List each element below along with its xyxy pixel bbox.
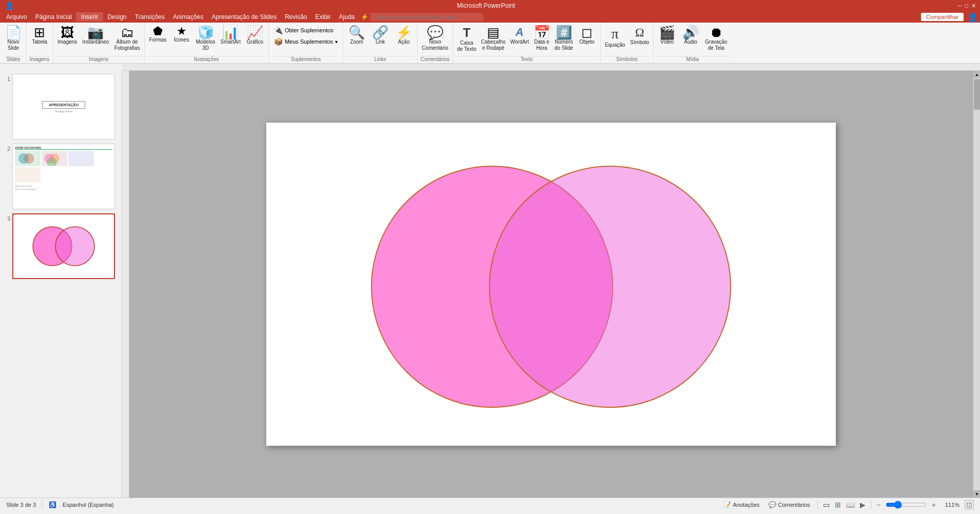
suplementos-group-label: Suplementos [273, 56, 339, 63]
links-group-label: Links [345, 56, 415, 63]
view-reading-button[interactable]: 📖 [846, 501, 855, 509]
svg-point-1 [24, 153, 34, 164]
anotacoes-button[interactable]: 📝 Anotações [721, 500, 761, 509]
menu-pagina-inicial[interactable]: Página Inicial [31, 12, 76, 22]
novo-slide-button[interactable]: 📄 Novo Slide [3, 25, 24, 52]
ribbon-group-midia: 🎬 Vídeo 🔊 Áudio ⏺ Gravação de Tela Mídia [654, 23, 731, 63]
menu-revisao[interactable]: Revisão [281, 12, 311, 22]
slide-num-3: 3 [2, 213, 10, 222]
formas-button[interactable]: ⬟ Formas [147, 25, 169, 44]
accessibility-icon[interactable]: ♿ [49, 501, 56, 508]
link-button[interactable]: 🔗 Link [369, 25, 391, 46]
ribbon-group-suplementos: 🔌 Obter Suplementos 📦 Meus Suplementos ▾… [269, 23, 343, 63]
grafico-button[interactable]: 📈 Gráfico [244, 25, 266, 46]
novo-comentario-button[interactable]: 💬 Novo Comentário [420, 25, 450, 52]
view-presentation-button[interactable]: ▶ [860, 501, 866, 509]
menu-apresentacao[interactable]: Apresentação de Slides [207, 12, 281, 22]
acao-button[interactable]: ⚡ Ação [393, 25, 415, 46]
zoom-in-button[interactable]: + [932, 501, 936, 509]
scroll-down[interactable]: ▼ [973, 490, 980, 498]
comentarios-icon: 💬 [769, 501, 776, 508]
menu-inserir[interactable]: Inserir [76, 12, 103, 22]
slide-img-1[interactable]: APRESENTAÇÃO Strategy Server [12, 74, 115, 140]
texto-group-label: Texto [455, 56, 598, 63]
fit-slide-button[interactable]: ⊡ [965, 500, 974, 509]
account-avatar[interactable]: 👤 [968, 12, 978, 22]
album-button[interactable]: 🗂 Álbum de Fotografias [112, 25, 142, 52]
instantaneo-button[interactable]: 📷 Instantâneo [80, 25, 111, 46]
ribbon-group-simbolos: π Equação Ω Símbolo Símbolos [601, 23, 654, 63]
obter-suplementos-button[interactable]: 🔌 Obter Suplementos [273, 26, 335, 35]
menu-design[interactable]: Design [103, 12, 130, 22]
ribbon-group-imagens: 🖼 Imagens 📷 Instantâneo 🗂 Álbum de Fotog… [53, 23, 145, 63]
gravacao-tela-button[interactable]: ⏺ Gravação de Tela [703, 25, 729, 52]
close-btn[interactable]: ✕ [971, 3, 976, 9]
ribbon-group-slides: 📄 Novo Slide Slides [1, 23, 26, 63]
ribbon: 📄 Novo Slide Slides ⊞ Tabela Imagens 🖼 I… [0, 23, 980, 64]
zoom-level[interactable]: 111% [941, 502, 959, 508]
main-area: 1 APRESENTAÇÃO Strategy Server 2 VENN DI… [0, 71, 980, 498]
comentarios-button[interactable]: 💬 Comentários [767, 500, 812, 509]
slide-img-2[interactable]: VENN DIAGRAMS [12, 144, 115, 209]
vertical-scrollbar[interactable]: ▲ ▼ [973, 71, 980, 498]
midia-group-label: Mídia [656, 56, 729, 63]
venn-circle-right[interactable] [489, 166, 731, 407]
slide1-title: APRESENTAÇÃO [42, 101, 85, 109]
slide-thumb-1[interactable]: 1 APRESENTAÇÃO Strategy Server [2, 74, 120, 140]
slide-img-3[interactable] [12, 213, 115, 279]
cabecalho-rodape-button[interactable]: ▤ Cabeçalho e Rodapé [479, 25, 507, 52]
menu-animacoes[interactable]: Animações [169, 12, 207, 22]
tabela-button[interactable]: ⊞ Tabela [28, 25, 51, 46]
view-normal-button[interactable]: ▭ [823, 501, 830, 509]
objeto-button[interactable]: ◻ Objeto [576, 25, 598, 46]
slide2-title: VENN DIAGRAMS [15, 146, 112, 150]
equacao-button[interactable]: π Equação [603, 25, 627, 49]
smartart-button[interactable]: 📊 SmartArt [218, 25, 242, 46]
caixa-texto-button[interactable]: T Caixa de Texto [455, 25, 479, 53]
zoom-range-input[interactable] [886, 501, 927, 509]
numero-slide-button[interactable]: #️⃣ Número do Slide [553, 25, 575, 52]
slide-panel: 1 APRESENTAÇÃO Strategy Server 2 VENN DI… [0, 71, 122, 498]
venn-diagram[interactable] [266, 123, 836, 446]
minimize-btn[interactable]: ─ [958, 3, 962, 9]
divider2 [817, 501, 818, 509]
svg-point-4 [47, 158, 56, 166]
meus-suplementos-button[interactable]: 📦 Meus Suplementos ▾ [273, 37, 339, 46]
simbolo-button[interactable]: Ω Símbolo [628, 25, 651, 47]
anotacoes-label: Anotações [733, 502, 759, 508]
slide1-subtitle: Strategy Server [55, 110, 73, 113]
slide-thumb-3[interactable]: 3 [2, 213, 120, 279]
menu-ajuda[interactable]: Ajuda [335, 12, 359, 22]
zoom-out-button[interactable]: − [876, 501, 880, 509]
tabelas-group-label: Imagens [28, 56, 51, 63]
slides-group-label: Slides [3, 56, 24, 63]
scroll-thumb[interactable] [974, 79, 980, 110]
modelos3d-button[interactable]: 🧊 Modelos 3D [194, 25, 218, 52]
icones-button[interactable]: ★ Ícones [170, 25, 193, 44]
maximize-btn[interactable]: □ [965, 3, 968, 9]
search-input[interactable] [370, 13, 483, 21]
zoom-button[interactable]: 🔍 Zoom [345, 25, 368, 46]
video-button[interactable]: 🎬 Vídeo [656, 25, 678, 46]
view-slide-sorter-button[interactable]: ⊞ [835, 501, 841, 509]
account-icon[interactable]: 👤 [4, 2, 14, 10]
audio-button[interactable]: 🔊 Áudio [679, 25, 702, 46]
menu-exibir[interactable]: Exibir [311, 12, 335, 22]
ribbon-group-links: 🔍 Zoom 🔗 Link ⚡ Ação Links [343, 23, 418, 63]
comentarios-label: Comentários [778, 502, 810, 508]
data-hora-button[interactable]: 📅 Data e Hora [532, 25, 552, 52]
tell-me-icon: ⚡ [361, 13, 368, 21]
slide-canvas[interactable] [266, 123, 836, 446]
scroll-track[interactable] [973, 78, 980, 490]
imagens-button[interactable]: 🖼 Imagens [55, 25, 79, 46]
menu-arquivo[interactable]: Arquivo [2, 12, 31, 22]
canvas-scroll[interactable] [129, 71, 973, 498]
slide-num-2: 2 [2, 144, 10, 152]
divider1 [42, 501, 43, 509]
scroll-up[interactable]: ▲ [973, 71, 980, 78]
share-button[interactable]: Compartilhar [921, 13, 964, 21]
zoom-slider[interactable] [886, 501, 927, 509]
menu-transicoes[interactable]: Transições [131, 12, 169, 22]
wordart-button[interactable]: A WordArt [508, 25, 531, 46]
slide-thumb-2[interactable]: 2 VENN DIAGRAMS [2, 144, 120, 209]
